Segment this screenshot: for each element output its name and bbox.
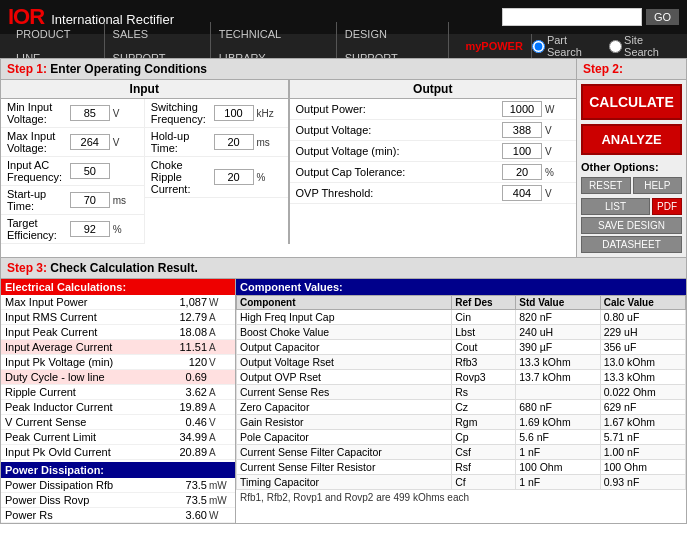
- table-row: Pole CapacitorCp5.6 nF5.71 nF: [237, 430, 686, 445]
- ac-freq-input[interactable]: [70, 163, 110, 179]
- nav-mypower[interactable]: myPOWER: [457, 34, 531, 58]
- datasheet-button[interactable]: DATASHEET: [581, 236, 682, 253]
- list-pdf-row: LIST PDF: [581, 196, 682, 215]
- sw-freq-input[interactable]: [214, 105, 254, 121]
- table-row: High Freq Input CapCin820 nF0.80 uF: [237, 310, 686, 325]
- sw-freq-label: Switching Frequency:: [151, 101, 214, 125]
- step1-text: Enter Operating Conditions: [50, 62, 207, 76]
- table-row: V Current Sense 0.46 V: [1, 415, 235, 430]
- pdf-button[interactable]: PDF: [652, 198, 682, 215]
- holdup-label: Hold-up Time:: [151, 130, 214, 154]
- output-cap-tol-input[interactable]: [502, 164, 542, 180]
- analyze-button[interactable]: ANALYZE: [581, 124, 682, 155]
- table-row: Peak Current Limit 34.99 A: [1, 430, 235, 445]
- reset-button[interactable]: RESET: [581, 177, 631, 194]
- output-voltage-unit: V: [545, 125, 570, 136]
- output-power-row: Output Power: W: [290, 99, 577, 120]
- ovp-threshold-input[interactable]: [502, 185, 542, 201]
- output-voltage-min-input[interactable]: [502, 143, 542, 159]
- table-row: Zero CapacitorCz680 nF629 nF: [237, 400, 686, 415]
- step1-header: Step 1: Enter Operating Conditions: [0, 58, 577, 80]
- search-area: GO: [502, 8, 679, 26]
- max-voltage-unit: V: [113, 137, 138, 148]
- step-headers: Step 1: Enter Operating Conditions Step …: [0, 58, 687, 80]
- input-form: Min Input Voltage: V Max Input Voltage: …: [1, 99, 288, 244]
- site-search-label[interactable]: Site Search: [609, 34, 679, 58]
- output-cap-tol-row: Output Cap Tolerance: %: [290, 162, 577, 183]
- min-voltage-unit: V: [113, 108, 138, 119]
- table-row: Input Peak Current 18.08 A: [1, 325, 235, 340]
- min-voltage-row: Min Input Voltage: V: [1, 99, 144, 128]
- max-voltage-row: Max Input Voltage: V: [1, 128, 144, 157]
- choke-ripple-input[interactable]: [214, 169, 254, 185]
- output-cap-tol-label: Output Cap Tolerance:: [296, 166, 503, 178]
- holdup-input[interactable]: [214, 134, 254, 150]
- col-calcvalue: Calc Value: [600, 296, 685, 310]
- table-row: Input Average Current 11.51 A: [1, 340, 235, 355]
- output-voltage-label: Output Voltage:: [296, 124, 503, 136]
- efficiency-unit: %: [113, 224, 138, 235]
- output-power-label: Output Power:: [296, 103, 503, 115]
- holdup-row: Hold-up Time: ms: [145, 128, 288, 157]
- output-voltage-input[interactable]: [502, 122, 542, 138]
- input-left: Min Input Voltage: V Max Input Voltage: …: [1, 99, 145, 244]
- right-inner: CALCULATE ANALYZE Other Options: RESET H…: [577, 80, 686, 257]
- power-dissipation-rows: Power Dissipation Rfb 73.5 mW Power Diss…: [1, 478, 235, 523]
- nav-bar: PRODUCT LINE SALES SUPPORT TECHNICAL LIB…: [0, 34, 687, 58]
- io-columns: Input Min Input Voltage: V Max Input Vol…: [1, 80, 576, 244]
- output-power-input[interactable]: [502, 101, 542, 117]
- part-search-label[interactable]: Part Search: [532, 34, 603, 58]
- search-input[interactable]: [502, 8, 642, 26]
- output-header: Output: [290, 80, 577, 99]
- col-component: Component: [237, 296, 452, 310]
- min-voltage-input[interactable]: [70, 105, 110, 121]
- step2-label: Step 2:: [583, 62, 623, 76]
- help-button[interactable]: HELP: [633, 177, 683, 194]
- table-row: Power Diss Rovp 73.5 mW: [1, 493, 235, 508]
- input-column: Input Min Input Voltage: V Max Input Vol…: [1, 80, 290, 244]
- output-voltage-min-label: Output Voltage (min):: [296, 145, 503, 157]
- sw-freq-unit: kHz: [257, 108, 282, 119]
- output-voltage-min-row: Output Voltage (min): V: [290, 141, 577, 162]
- table-row: Output OVP RsetRovp313.7 kOhm13.3 kOhm: [237, 370, 686, 385]
- reset-help-row: RESET HELP: [581, 175, 682, 194]
- startup-unit: ms: [113, 195, 138, 206]
- max-voltage-input[interactable]: [70, 134, 110, 150]
- efficiency-row: Target Efficiency: %: [1, 215, 144, 244]
- table-row: Output CapacitorCout390 µF356 uF: [237, 340, 686, 355]
- save-design-button[interactable]: SAVE DESIGN: [581, 217, 682, 234]
- ovp-threshold-label: OVP Threshold:: [296, 187, 503, 199]
- choke-ripple-label: Choke Ripple Current:: [151, 159, 214, 195]
- table-row: Boost Choke ValueLbst240 uH229 uH: [237, 325, 686, 340]
- ovp-threshold-row: OVP Threshold: V: [290, 183, 577, 204]
- go-button[interactable]: GO: [646, 9, 679, 25]
- electrical-rows: Max Input Power 1,087 W Input RMS Curren…: [1, 295, 235, 460]
- ovp-threshold-unit: V: [545, 188, 570, 199]
- table-row: Gain ResistorRgm1.69 kOhm1.67 kOhm: [237, 415, 686, 430]
- startup-input[interactable]: [70, 192, 110, 208]
- list-button[interactable]: LIST: [581, 198, 650, 215]
- table-row: Max Input Power 1,087 W: [1, 295, 235, 310]
- nav-search-options: Part Search Site Search: [532, 34, 679, 58]
- other-options-label: Other Options:: [581, 159, 682, 175]
- calculate-button[interactable]: CALCULATE: [581, 84, 682, 120]
- holdup-unit: ms: [257, 137, 282, 148]
- ac-freq-label: Input AC Frequency:: [7, 159, 70, 183]
- choke-ripple-unit: %: [257, 172, 282, 183]
- main-io-section: Input Min Input Voltage: V Max Input Vol…: [0, 80, 687, 258]
- component-table: Component Ref Des Std Value Calc Value H…: [236, 295, 686, 490]
- table-row: Input Pk Ovld Current 20.89 A: [1, 445, 235, 460]
- sw-freq-row: Switching Frequency: kHz: [145, 99, 288, 128]
- part-search-radio[interactable]: [532, 40, 545, 53]
- output-voltage-min-unit: V: [545, 146, 570, 157]
- table-row: Power Rs 3.60 W: [1, 508, 235, 523]
- electrical-panel: Electrical Calculations: Max Input Power…: [1, 279, 236, 523]
- step3-content: Electrical Calculations: Max Input Power…: [0, 279, 687, 524]
- site-search-radio[interactable]: [609, 40, 622, 53]
- output-cap-tol-unit: %: [545, 167, 570, 178]
- table-row: Peak Inductor Current 19.89 A: [1, 400, 235, 415]
- output-voltage-row: Output Voltage: V: [290, 120, 577, 141]
- efficiency-input[interactable]: [70, 221, 110, 237]
- table-row: Ripple Current 3.62 A: [1, 385, 235, 400]
- step3-label: Step 3:: [7, 261, 47, 275]
